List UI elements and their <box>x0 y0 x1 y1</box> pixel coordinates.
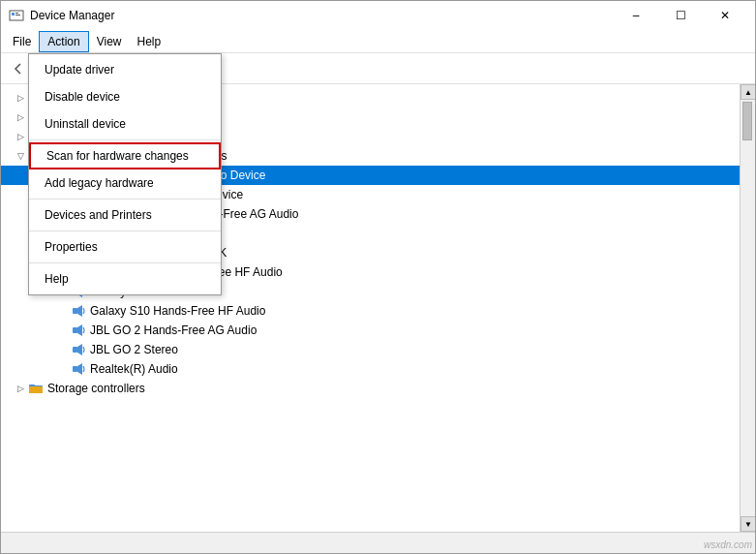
tree-item-icon <box>71 303 86 319</box>
menu-disable-device[interactable]: Disable device <box>29 83 221 110</box>
menu-devices-printers[interactable]: Devices and Printers <box>29 201 221 229</box>
expand-icon[interactable] <box>55 342 71 357</box>
tree-item-label: Galaxy S10 Hands-Free HF Audio <box>90 304 265 318</box>
separator-4 <box>29 262 221 263</box>
tree-item-icon <box>71 342 86 357</box>
svg-rect-30 <box>73 308 77 314</box>
tree-item-label: JBL GO 2 Stereo <box>90 343 178 356</box>
tree-item-icon <box>28 381 44 396</box>
window-icon <box>9 8 24 23</box>
expand-icon[interactable] <box>55 303 71 319</box>
title-bar-controls: – ☐ ✕ <box>614 1 747 30</box>
menu-file[interactable]: File <box>5 31 39 52</box>
separator-1 <box>29 139 221 140</box>
scroll-down-button[interactable]: ▼ <box>741 516 755 532</box>
menu-help[interactable]: Help <box>130 31 169 52</box>
svg-marker-37 <box>77 363 82 375</box>
tree-item-jbl-go2-hf[interactable]: JBL GO 2 Hands-Free AG Audio <box>1 321 740 340</box>
menu-uninstall-device[interactable]: Uninstall device <box>29 110 221 138</box>
menu-properties[interactable]: Properties <box>29 233 221 261</box>
menu-add-legacy[interactable]: Add legacy hardware <box>29 169 221 197</box>
svg-rect-2 <box>15 13 18 14</box>
menu-action[interactable]: Action <box>39 31 88 52</box>
scrollbar[interactable]: ▲ ▼ <box>740 84 755 532</box>
watermark: wsxdn.com <box>704 539 752 550</box>
svg-marker-35 <box>77 344 82 355</box>
back-icon <box>12 62 25 76</box>
tree-item-icon <box>71 361 86 377</box>
separator-3 <box>29 231 221 231</box>
svg-marker-33 <box>77 324 82 336</box>
svg-rect-32 <box>73 327 77 333</box>
scroll-up-button[interactable]: ▲ <box>741 84 755 100</box>
tree-item-icon <box>71 323 86 338</box>
expand-icon[interactable]: ▷ <box>13 109 28 125</box>
expand-icon[interactable]: ▷ <box>13 90 28 106</box>
menu-view[interactable]: View <box>89 31 130 52</box>
separator-2 <box>29 199 221 200</box>
expand-icon[interactable]: ▽ <box>13 148 28 164</box>
tree-item-label: JBL GO 2 Hands-Free AG Audio <box>90 323 257 337</box>
tree-item-realtek[interactable]: Realtek(R) Audio <box>1 359 740 379</box>
maximize-button[interactable]: ☐ <box>658 1 703 30</box>
expand-icon[interactable]: ▷ <box>13 381 28 396</box>
tree-item-label: Storage controllers <box>47 382 145 395</box>
svg-rect-40 <box>29 386 43 393</box>
tree-item-jbl-go2-stereo[interactable]: JBL GO 2 Stereo <box>1 340 740 359</box>
menu-scan-hardware[interactable]: Scan for hardware changes <box>29 142 221 169</box>
svg-rect-1 <box>12 13 15 15</box>
window-title: Device Manager <box>30 9 614 22</box>
tree-item-galaxy-s10-hf[interactable]: Galaxy S10 Hands-Free HF Audio <box>1 301 740 321</box>
minimize-button[interactable]: – <box>614 1 658 30</box>
expand-icon[interactable]: ▷ <box>13 129 28 144</box>
device-manager-window: Device Manager – ☐ ✕ File Action View He… <box>0 0 756 554</box>
expand-icon[interactable] <box>55 361 71 377</box>
svg-marker-31 <box>77 305 82 317</box>
title-bar: Device Manager – ☐ ✕ <box>1 1 755 30</box>
action-dropdown: Update driver Disable device Uninstall d… <box>28 53 222 295</box>
svg-rect-3 <box>15 15 20 15</box>
menu-help-item[interactable]: Help <box>29 265 221 292</box>
svg-rect-36 <box>73 366 77 372</box>
svg-rect-34 <box>73 347 77 353</box>
expand-icon[interactable] <box>55 323 71 338</box>
status-bar: wsxdn.com <box>1 532 755 553</box>
scrollbar-thumb[interactable] <box>742 102 752 140</box>
menu-bar: File Action View Help Update driver Disa… <box>1 30 755 53</box>
close-button[interactable]: ✕ <box>703 1 747 30</box>
menu-update-driver[interactable]: Update driver <box>29 56 221 83</box>
tree-item-storage-controllers[interactable]: ▷ Storage controllers <box>1 379 740 398</box>
tree-item-label: Realtek(R) Audio <box>90 362 178 376</box>
